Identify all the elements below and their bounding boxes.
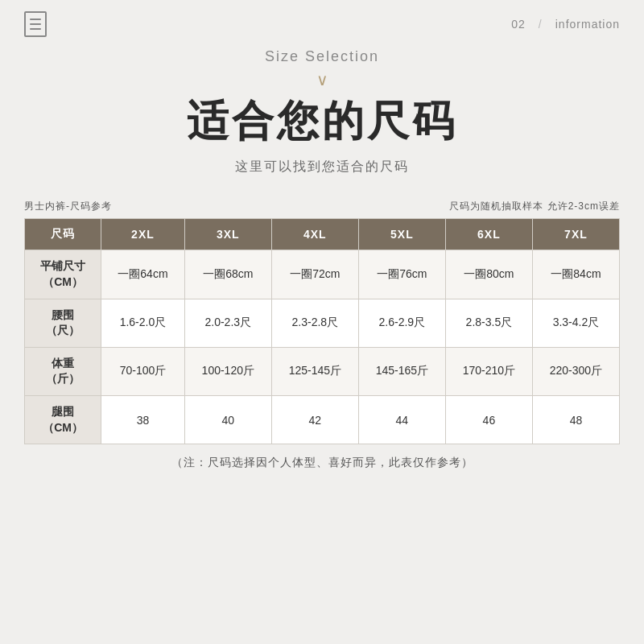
table-header-cell: 3XL	[184, 219, 271, 250]
subtitle: 这里可以找到您适合的尺码	[0, 159, 644, 175]
table-cell: 70-100斤	[101, 347, 185, 395]
doc-icon-line1	[30, 19, 41, 20]
table-cell: 1.6-2.0尺	[101, 299, 185, 347]
table-cell: 一圈68cm	[184, 250, 271, 299]
table-cell: 一圈64cm	[101, 250, 185, 299]
table-header-cell: 2XL	[101, 219, 185, 250]
row-header: 腰围 （尺）	[25, 299, 101, 347]
table-cell: 一圈80cm	[445, 250, 532, 299]
row-header: 平铺尺寸 （CM）	[25, 250, 101, 299]
table-row: 腿围 （CM）384042444648	[25, 395, 620, 444]
separator: /	[539, 18, 543, 31]
table-header-cell: 4XL	[271, 219, 358, 250]
table-row: 腰围 （尺）1.6-2.0尺2.0-2.3尺2.3-2.8尺2.6-2.9尺2.…	[25, 299, 620, 347]
table-cell: 40	[184, 395, 271, 444]
table-cell: 220-300斤	[532, 347, 619, 395]
table-cell: 3.3-4.2尺	[532, 299, 619, 347]
table-cell: 44	[358, 395, 445, 444]
table-cell: 145-165斤	[358, 347, 445, 395]
table-meta-right: 尺码为随机抽取样本 允许2-3cm误差	[449, 200, 620, 213]
table-cell: 2.0-2.3尺	[184, 299, 271, 347]
table-section: 男士内裤-尺码参考 尺码为随机抽取样本 允许2-3cm误差 尺码2XL3XL4X…	[0, 200, 644, 470]
table-meta: 男士内裤-尺码参考 尺码为随机抽取样本 允许2-3cm误差	[24, 200, 620, 213]
page-number: 02	[511, 18, 526, 31]
doc-icon-line2	[30, 23, 41, 25]
row-header: 腿围 （CM）	[25, 395, 101, 444]
doc-icon-line3	[30, 28, 41, 30]
page-container: 02 / information Size Selection ∨ 适合您的尺码…	[0, 0, 644, 644]
table-header-cell: 7XL	[532, 219, 619, 250]
table-cell: 38	[101, 395, 185, 444]
table-header-cell: 6XL	[445, 219, 532, 250]
row-header: 体重 （斤）	[25, 347, 101, 395]
table-header-cell: 5XL	[358, 219, 445, 250]
top-bar: 02 / information	[0, 0, 644, 48]
table-cell: 100-120斤	[184, 347, 271, 395]
table-cell: 一圈76cm	[358, 250, 445, 299]
table-row: 体重 （斤）70-100斤100-120斤125-145斤145-165斤170…	[25, 347, 620, 395]
main-title: 适合您的尺码	[0, 96, 644, 146]
table-cell: 一圈84cm	[532, 250, 619, 299]
table-cell: 42	[271, 395, 358, 444]
size-selection-en: Size Selection	[0, 48, 644, 65]
table-row: 平铺尺寸 （CM）一圈64cm一圈68cm一圈72cm一圈76cm一圈80cm一…	[25, 250, 620, 299]
table-header-row: 尺码2XL3XL4XL5XL6XL7XL	[25, 219, 620, 250]
info-label: information	[555, 18, 620, 31]
size-table: 尺码2XL3XL4XL5XL6XL7XL 平铺尺寸 （CM）一圈64cm一圈68…	[24, 218, 620, 444]
chevron-down-icon: ∨	[0, 70, 644, 89]
table-cell: 48	[532, 395, 619, 444]
table-meta-left: 男士内裤-尺码参考	[24, 200, 112, 213]
table-cell: 2.3-2.8尺	[271, 299, 358, 347]
doc-icon	[24, 11, 47, 37]
table-cell: 2.8-3.5尺	[445, 299, 532, 347]
top-bar-left	[24, 11, 47, 37]
note-text: （注：尺码选择因个人体型、喜好而异，此表仅作参考）	[24, 456, 620, 470]
table-header-cell: 尺码	[25, 219, 101, 250]
table-cell: 一圈72cm	[271, 250, 358, 299]
table-cell: 46	[445, 395, 532, 444]
table-cell: 170-210斤	[445, 347, 532, 395]
top-bar-right: 02 / information	[511, 18, 620, 31]
table-cell: 2.6-2.9尺	[358, 299, 445, 347]
table-cell: 125-145斤	[271, 347, 358, 395]
